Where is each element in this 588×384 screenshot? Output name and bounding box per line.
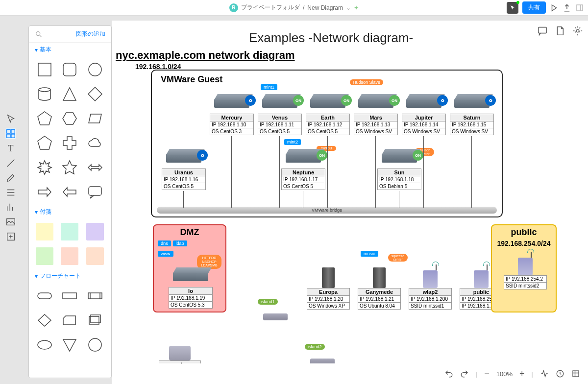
undo-icon[interactable] [444,369,453,378]
shape-process[interactable] [61,287,78,305]
public-wifi[interactable]: IP 192.168.254.2 SSID mintssid2 [504,252,547,289]
section-sticky[interactable]: ▾付箋 [29,205,111,219]
sticky-3[interactable] [36,247,53,265]
dmz-badge[interactable]: HTTPDD NSDHCP LDAPSMB [197,255,221,269]
shape-decision[interactable] [36,312,53,329]
shape-pentagon2[interactable] [36,134,53,152]
layers-icon[interactable] [571,369,580,378]
host-ganymede[interactable]: musicsqueeze centerGanymedeIP 192.168.1.… [358,264,401,310]
shape-cross[interactable] [61,134,78,152]
activity-icon[interactable] [540,369,549,378]
public-subnet: 192.168.254.0/24 [492,240,556,247]
shape-circle[interactable] [86,61,104,78]
server-earth[interactable]: ONEarthIP 192.168.1.12OS CentOS 5 [306,99,350,135]
chevron-down-icon[interactable]: ⌄ [346,4,351,11]
search-icon[interactable] [35,30,43,38]
server-io[interactable]: Io IP 192.168.1.19 OS CentOS 5.3 [169,272,213,309]
shape-burst[interactable] [36,159,53,176]
shape-arrow-r[interactable] [36,183,53,201]
switch-island1[interactable]: island1 [261,305,290,316]
diagram-subtitle[interactable]: nyc.exmaple.com network diagram [116,49,295,62]
switch-island2[interactable]: island2 [308,350,337,361]
host-europa[interactable]: EuropaIP 192.168.1.20OS Windows XP [307,264,350,310]
sticky-5[interactable] [86,247,104,265]
image-tool[interactable] [5,216,16,227]
share-button[interactable]: 共有 [522,1,546,14]
svg-rect-13 [38,293,51,299]
sticky-4[interactable] [61,247,78,265]
shape-arrow-l[interactable] [61,183,78,201]
shape-speech[interactable] [86,183,104,201]
canvas[interactable]: Examples -Network diagram- nyc.exmaple.c… [112,21,588,363]
dmz-tag-www[interactable]: www [158,251,173,257]
vmware-box[interactable]: VMWare Guest [151,70,503,217]
select-tool[interactable] [5,114,16,124]
shape-diamond[interactable] [86,85,104,103]
shape-parallelogram[interactable] [86,110,104,127]
zoom-out[interactable]: − [484,369,490,379]
shape-cloud[interactable] [86,134,104,152]
sticky-1[interactable] [61,223,78,240]
shape-predefined[interactable] [86,287,104,305]
dmz-tag-ldap[interactable]: ldap [173,240,187,246]
dmz-tag-dns[interactable]: dns [158,240,171,246]
sticky-2[interactable] [86,223,104,240]
vmware-bridge[interactable]: VMWare bridge [157,207,497,214]
history-icon[interactable] [556,369,564,378]
server-sun[interactable]: Hudson MasterONSunIP 192.168.1.18OS Debi… [377,154,421,190]
dmz-box[interactable]: DMZ dnsldap www HTTPDD NSDHCP LDAPSMB Io… [153,224,226,312]
zoom-in[interactable]: + [519,369,525,379]
page-icon[interactable] [555,25,565,36]
shape-panel: 図形の追加 ▾基本 ▾付箋 ▾フローチャート [28,25,112,378]
section-flowchart[interactable]: ▾フローチャート [29,269,111,283]
panel-icon[interactable] [575,3,584,12]
section-basic[interactable]: ▾基本 [29,43,111,57]
server-venus[interactable]: mint1ONVenusIP 192.168.1.11OS CentOS 5 [258,99,302,135]
server-mercury[interactable]: ✿MercuryIP 192.168.1.10OS CentOS 3 [210,99,254,135]
router[interactable]: router IP 192.168.1.1 [159,337,201,363]
shape-tri-down[interactable] [61,336,78,354]
shape-arrow-lr[interactable] [86,159,104,176]
server-neptune[interactable]: mint2mintDBONNeptuneIP 192.168.1.17OS Ce… [281,154,325,190]
shape-hexagon[interactable] [61,110,78,127]
shape-multidoc[interactable] [86,312,104,329]
shape-rounded[interactable] [61,61,78,78]
diagram-title[interactable]: Examples -Network diagram- [249,30,413,46]
breadcrumb: R プライベートフォルダ / New Diagram ⌄ ✦ [229,3,359,12]
text-tool[interactable]: T [5,143,16,154]
server-uranus[interactable]: ✿UranusIP 192.168.1.16OS CentOS 5 [162,154,206,190]
cursor-presence-icon[interactable] [507,2,518,14]
shape-cylinder[interactable] [36,85,53,103]
sticky-0[interactable] [36,223,53,240]
server-mars[interactable]: Hudson SlaveONMarsIP 192.168.1.13OS Wind… [354,99,398,135]
shape-connector[interactable] [86,336,104,354]
host-wlap2[interactable]: wlap2IP 192.168.1.200SSID mintssid1 [409,264,452,310]
breadcrumb-folder[interactable]: プライベートフォルダ [241,3,300,12]
bottom-bar: | − 100% + | [112,363,588,384]
server-jupiter[interactable]: ✿JupiterIP 192.168.1.14OS Windows SV [402,99,446,135]
export-icon[interactable] [563,3,571,12]
shape-terminator[interactable] [36,287,53,305]
shape-triangle[interactable] [61,85,78,103]
zoom-level[interactable]: 100% [496,370,513,378]
shape-ellipse[interactable] [36,336,53,354]
shape-square[interactable] [36,61,53,78]
shapes-tool[interactable] [5,128,16,139]
shape-pentagon[interactable] [36,110,53,127]
add-shapes-link[interactable]: 図形の追加 [76,30,105,38]
play-icon[interactable] [550,3,559,12]
server-saturn[interactable]: ✿SaturnIP 192.168.1.15OS Windows SV [450,99,494,135]
public-box[interactable]: public 192.168.254.0/24 IP 192.168.254.2… [491,224,557,312]
list-tool[interactable] [5,187,16,198]
breadcrumb-doc[interactable]: New Diagram [307,4,343,11]
add-tool[interactable] [5,231,16,242]
chart-tool[interactable] [5,202,16,213]
pen-tool[interactable] [5,172,16,183]
redo-icon[interactable] [460,369,469,378]
line-tool[interactable] [5,158,16,168]
svg-point-19 [89,338,101,351]
shape-star[interactable] [61,159,78,176]
comment-icon[interactable] [537,25,548,36]
gear-icon[interactable] [572,25,583,36]
shape-card[interactable] [61,312,78,329]
